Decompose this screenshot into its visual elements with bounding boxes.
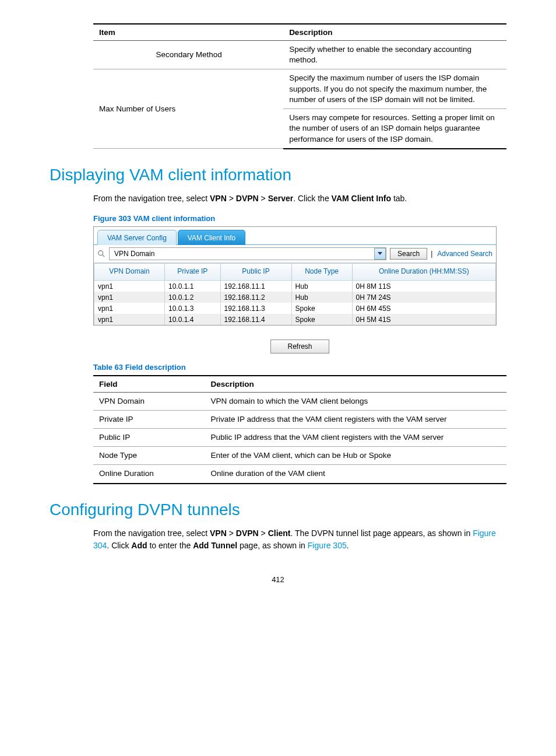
grid-row: vpn110.0.1.1192.168.11.1Hub0H 8M 11S xyxy=(94,280,496,292)
item-description-table: Item Description Secondary Method Specif… xyxy=(93,23,506,149)
th-field: Field xyxy=(93,376,205,393)
field-description-table: Field Description VPN DomainVPN domain t… xyxy=(93,375,506,484)
col-public-ip[interactable]: Public IP xyxy=(220,263,291,280)
heading-displaying-vam: Displaying VAM client information xyxy=(50,166,506,184)
cell-desc-maxusers-2: Users may compete for resources. Setting… xyxy=(283,109,506,149)
vam-client-grid: VPN Domain Private IP Public IP Node Typ… xyxy=(94,263,496,325)
figure-303-caption: Figure 303 VAM client information xyxy=(93,214,506,223)
search-bar: VPN Domain Search | Advanced Search xyxy=(94,245,496,263)
th-item: Item xyxy=(93,24,283,41)
link-figure-305[interactable]: Figure 305 xyxy=(308,541,347,550)
table-63-caption: Table 63 Field description xyxy=(93,363,506,372)
th-desc: Description xyxy=(205,376,506,393)
chevron-down-icon xyxy=(374,248,386,260)
advanced-search-link[interactable]: Advanced Search xyxy=(436,250,492,258)
heading-configuring-dvpn: Configuring DVPN tunnels xyxy=(50,501,506,519)
select-value: VPN Domain xyxy=(110,250,374,258)
grid-row: vpn110.0.1.3192.168.11.3Spoke0H 6M 45S xyxy=(94,303,496,314)
para-nav-instructions-2: From the navigation tree, select VPN > D… xyxy=(93,527,506,552)
col-online-duration[interactable]: Online Duration (HH:MM:SS) xyxy=(352,263,495,280)
svg-line-1 xyxy=(103,255,105,257)
grid-row: vpn110.0.1.4192.168.11.4Spoke0H 5M 41S xyxy=(94,314,496,325)
tab-vam-server-config[interactable]: VAM Server Config xyxy=(97,230,177,245)
cell-desc-secondary: Specify whether to enable the secondary … xyxy=(283,41,506,69)
tab-vam-client-info[interactable]: VAM Client Info xyxy=(178,230,245,245)
th-desc: Description xyxy=(283,24,506,41)
para-nav-instructions-1: From the navigation tree, select VPN > D… xyxy=(93,192,506,205)
grid-row: vpn110.0.1.2192.168.11.2Hub0H 7M 24S xyxy=(94,292,496,303)
vam-client-info-panel: VAM Server Config VAM Client Info VPN Do… xyxy=(93,226,497,326)
col-private-ip[interactable]: Private IP xyxy=(164,263,220,280)
search-button[interactable]: Search xyxy=(390,248,427,260)
page-number: 412 xyxy=(50,575,506,584)
search-icon xyxy=(97,250,105,258)
cell-item-secondary: Secondary Method xyxy=(93,41,283,69)
col-vpn-domain[interactable]: VPN Domain xyxy=(94,263,165,280)
cell-item-maxusers: Max Number of Users xyxy=(93,69,283,149)
cell-desc-maxusers-1: Specify the maximum number of users the … xyxy=(283,69,506,109)
vpn-domain-select[interactable]: VPN Domain xyxy=(109,247,386,260)
tab-bar: VAM Server Config VAM Client Info xyxy=(94,227,496,245)
refresh-button[interactable]: Refresh xyxy=(270,340,329,354)
col-node-type[interactable]: Node Type xyxy=(291,263,352,280)
svg-point-0 xyxy=(98,251,103,256)
